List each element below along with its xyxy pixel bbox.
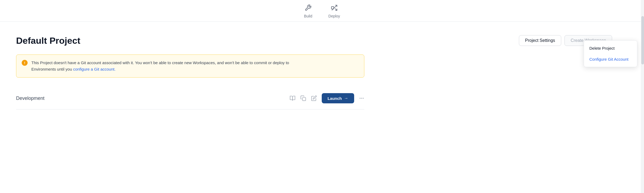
warning-icon: !	[22, 60, 28, 66]
top-nav: Build Deploy	[0, 0, 644, 22]
configure-git-link[interactable]: configure a Git account.	[73, 67, 115, 71]
warning-text-part2: Environments until you	[31, 67, 72, 71]
build-label: Build	[304, 14, 312, 18]
scrollbar-thumb[interactable]	[641, 16, 644, 64]
svg-point-4	[360, 98, 361, 99]
edit-icon[interactable]	[311, 95, 317, 101]
svg-point-5	[361, 98, 362, 99]
environment-name: Development	[16, 96, 44, 101]
env-actions: Launch →	[290, 93, 364, 103]
copy-icon[interactable]	[300, 95, 306, 101]
deploy-label: Deploy	[328, 14, 340, 18]
dropdown-menu: Delete Project Configure Git Account	[584, 40, 637, 67]
svg-rect-3	[302, 97, 306, 101]
svg-point-6	[363, 98, 364, 99]
env-more-icon[interactable]	[359, 96, 364, 101]
main-content: Default Project Project Settings Create …	[0, 22, 644, 120]
launch-button[interactable]: Launch →	[322, 93, 354, 103]
configure-git-item[interactable]: Configure Git Account	[584, 54, 637, 65]
scrollbar[interactable]	[641, 0, 644, 193]
deploy-icon	[331, 4, 338, 12]
warning-banner: ! This Project doesn't have a Git accoun…	[16, 54, 364, 78]
page-header: Default Project Project Settings Create …	[16, 35, 628, 46]
warning-text-part1: This Project doesn't have a Git account …	[31, 60, 289, 65]
project-settings-button[interactable]: Project Settings	[519, 35, 561, 46]
warning-text: This Project doesn't have a Git account …	[31, 60, 289, 72]
nav-item-build[interactable]: Build	[304, 4, 312, 18]
book-icon[interactable]	[290, 95, 295, 101]
page-title: Default Project	[16, 35, 80, 46]
delete-project-item[interactable]: Delete Project	[584, 43, 637, 54]
build-icon	[305, 4, 312, 12]
nav-item-deploy[interactable]: Deploy	[328, 4, 340, 18]
environment-row: Development Launch	[16, 87, 364, 110]
arrow-right-icon: →	[344, 96, 348, 101]
